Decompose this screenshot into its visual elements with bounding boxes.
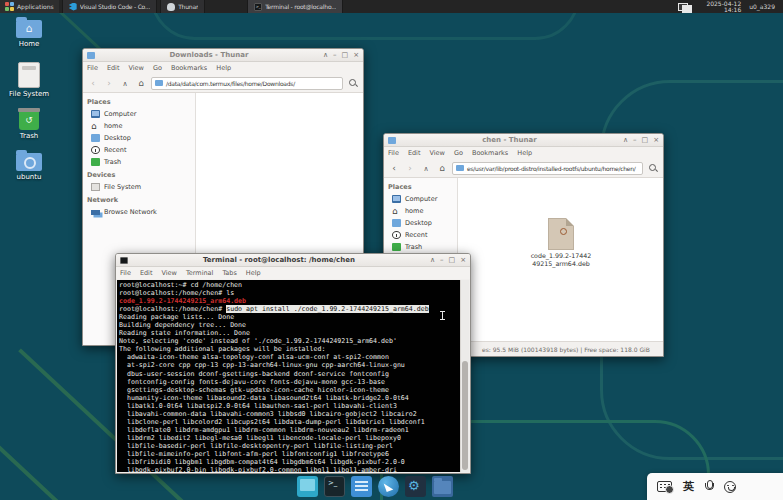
- terminal-scrollbar[interactable]: [460, 280, 469, 472]
- menu-bookmarks[interactable]: Bookmarks: [171, 64, 207, 72]
- path-field[interactable]: es/usr/var/lib/proot-distro/installed-ro…: [452, 162, 643, 175]
- input-method-bar: 英: [647, 473, 783, 500]
- scrollbar-thumb[interactable]: [462, 361, 468, 470]
- sidebar-item-recent[interactable]: Recent: [384, 229, 457, 241]
- maximize-button[interactable]: [642, 134, 649, 147]
- menu-edit[interactable]: Edit: [107, 64, 120, 72]
- menu-bookmarks[interactable]: Bookmarks: [472, 149, 508, 157]
- menu-file[interactable]: File: [120, 269, 131, 277]
- search-icon[interactable]: [647, 162, 659, 174]
- search-icon[interactable]: [347, 77, 359, 89]
- file-manager-icon[interactable]: [432, 476, 453, 497]
- terminal-line: dbus-user-session dconf-gsettings-backen…: [119, 370, 458, 378]
- menu-edit[interactable]: Edit: [140, 269, 153, 277]
- back-button[interactable]: [388, 162, 400, 174]
- network-icon: [91, 210, 100, 215]
- taskbar-button-thunar[interactable]: Thunar: [160, 0, 205, 13]
- menu-go[interactable]: Go: [454, 149, 463, 157]
- home-button[interactable]: [436, 162, 448, 174]
- panel-clock[interactable]: 2025-04-12 14:16: [700, 1, 747, 13]
- input-language-label[interactable]: 英: [683, 473, 694, 500]
- taskbar-button-vscode[interactable]: Visual Studio Code - Co...: [62, 0, 157, 13]
- terminal-line: libdeflate0 libdrm-amdgpu1 libdrm-common…: [119, 426, 458, 434]
- keyboard-icon[interactable]: [657, 481, 672, 492]
- sidebar-item-computer[interactable]: Computer: [384, 193, 457, 205]
- menu-view[interactable]: View: [161, 269, 176, 277]
- menu-terminal[interactable]: Terminal: [186, 269, 213, 277]
- notes-icon[interactable]: [351, 476, 372, 497]
- up-button[interactable]: [119, 77, 131, 90]
- maximize-button[interactable]: [342, 49, 349, 62]
- menu-edit[interactable]: Edit: [408, 149, 421, 157]
- back-button[interactable]: [87, 77, 99, 89]
- sidebar-section-header: Devices: [83, 168, 195, 181]
- chen-toolbar: es/usr/var/lib/proot-distro/installed-ro…: [384, 159, 663, 178]
- sidebar-section-header: Places: [83, 95, 195, 108]
- terminal-screen[interactable]: root@localhost:~# cd /home/chenroot@loca…: [116, 279, 470, 473]
- menu-view[interactable]: View: [429, 149, 444, 157]
- terminal-titlebar[interactable]: Terminal - root@localhost: /home/chen: [116, 254, 470, 267]
- close-button[interactable]: [460, 254, 466, 267]
- menu-help[interactable]: Help: [517, 149, 532, 157]
- sidebar-item-recent[interactable]: Recent: [83, 144, 195, 156]
- sidebar-item-trash[interactable]: Trash: [384, 241, 457, 253]
- minimize-button[interactable]: [633, 134, 637, 147]
- path-field[interactable]: /data/data/com.termux/files/home/Downloa…: [151, 77, 343, 90]
- menu-view[interactable]: View: [128, 64, 143, 72]
- terminal-line: Reading package lists... Done: [119, 313, 458, 321]
- home-folder-icon: [16, 20, 42, 38]
- window-switcher-icon[interactable]: [678, 2, 692, 11]
- sidebar-item-trash[interactable]: Trash: [83, 156, 195, 168]
- minimize-button[interactable]: [333, 49, 337, 62]
- menu-go[interactable]: Go: [153, 64, 162, 72]
- maximize-button[interactable]: [449, 254, 456, 267]
- menu-help[interactable]: Help: [246, 269, 261, 277]
- terminal-line: Building dependency tree... Done: [119, 321, 458, 329]
- applications-menu-button[interactable]: Applications: [0, 0, 59, 13]
- home-button[interactable]: [135, 77, 147, 89]
- sidebar-item-label: Computer: [405, 195, 437, 203]
- sidebar-item-computer[interactable]: Computer: [83, 108, 195, 120]
- browser-icon[interactable]: [378, 476, 399, 497]
- sidebar-item-desktop[interactable]: Desktop: [384, 217, 457, 229]
- deb-package-icon: [548, 218, 574, 250]
- microphone-icon[interactable]: [705, 480, 713, 493]
- deb-file-item[interactable]: code_1.99.2-17442 49215_arm64.deb: [520, 218, 602, 267]
- emoji-icon[interactable]: [724, 481, 736, 493]
- downloads-titlebar[interactable]: Downloads - Thunar: [83, 49, 363, 62]
- terminal-icon[interactable]: [324, 476, 345, 497]
- desktop-icon-trash[interactable]: Trash: [0, 108, 58, 140]
- display-icon[interactable]: [297, 476, 318, 497]
- settings-gear-icon[interactable]: [405, 476, 426, 497]
- shade-button[interactable]: [430, 254, 435, 267]
- forward-button[interactable]: [103, 77, 115, 89]
- chen-titlebar[interactable]: chen - Thunar: [384, 134, 663, 147]
- sidebar-item-browse-network[interactable]: Browse Network: [83, 206, 195, 218]
- sidebar-item-file-system[interactable]: File System: [83, 181, 195, 193]
- forward-button[interactable]: [404, 162, 416, 174]
- menu-help[interactable]: Help: [216, 64, 231, 72]
- shade-button[interactable]: [623, 134, 628, 147]
- taskbar-button-terminal[interactable]: Terminal - root@localho...: [247, 0, 343, 13]
- downloads-menubar: FileEditViewGoBookmarksHelp: [83, 62, 363, 74]
- terminal-icon: [254, 3, 262, 11]
- up-button[interactable]: [420, 162, 432, 175]
- menu-file[interactable]: File: [87, 64, 98, 72]
- terminal-line: humanity-icon-theme libasound2-data liba…: [119, 394, 458, 402]
- close-button[interactable]: [653, 134, 659, 147]
- menu-tabs[interactable]: Tabs: [222, 269, 236, 277]
- chen-file-list[interactable]: code_1.99.2-17442 49215_arm64.deb: [458, 178, 663, 341]
- shade-button[interactable]: [323, 49, 328, 62]
- close-button[interactable]: [353, 49, 359, 62]
- desktop-icon-home[interactable]: Home: [0, 20, 58, 48]
- sidebar-item-home[interactable]: home: [384, 205, 457, 217]
- menu-file[interactable]: File: [388, 149, 399, 157]
- downloads-toolbar: /data/data/com.termux/files/home/Downloa…: [83, 74, 363, 93]
- sidebar-item-desktop[interactable]: Desktop: [83, 132, 195, 144]
- desktop-icon-ubuntu[interactable]: ubuntu: [0, 153, 58, 181]
- minimize-button[interactable]: [440, 254, 444, 267]
- sidebar-item-home[interactable]: home: [83, 120, 195, 132]
- desktop-icon: [392, 219, 401, 227]
- desktop-icon-file-system[interactable]: File System: [0, 62, 58, 98]
- terminal-line: gsettings-desktop-schemas gtk-update-ico…: [119, 386, 458, 394]
